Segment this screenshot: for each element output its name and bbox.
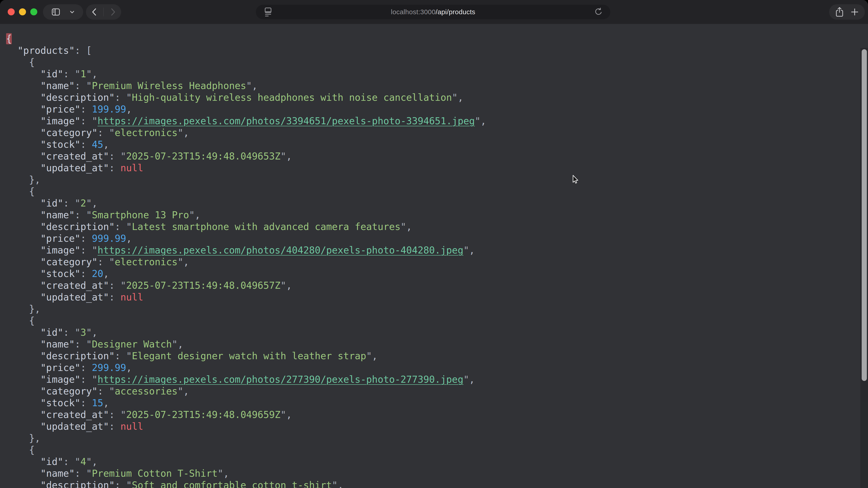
- json-line: },: [6, 432, 868, 444]
- json-line: {: [6, 57, 868, 68]
- json-link-url[interactable]: https://images.pexels.com/photos/3394651…: [98, 116, 475, 127]
- json-line: "created_at": "2025-07-23T15:49:48.04965…: [6, 280, 868, 291]
- forward-button[interactable]: [107, 7, 118, 17]
- url-path: /api/products: [436, 8, 475, 15]
- json-line: "stock": 20,: [6, 268, 868, 280]
- sidebar-toggle-button[interactable]: [51, 7, 61, 17]
- json-line: "updated_at": null: [6, 291, 868, 303]
- chevron-left-icon: [90, 7, 100, 17]
- json-line: "description": "Latest smartphone with a…: [6, 221, 868, 233]
- chevron-down-icon: [69, 8, 75, 15]
- url-text: localhost:3000/api/products: [391, 5, 475, 19]
- share-newtab-group: [829, 4, 865, 20]
- json-line: "created_at": "2025-07-23T15:49:48.04965…: [6, 151, 868, 162]
- json-line: "price": 199.99,: [6, 103, 868, 115]
- browser-window: localhost:3000/api/products: [0, 0, 868, 488]
- json-line: "image": "https://images.pexels.com/phot…: [6, 115, 868, 127]
- toolbar: localhost:3000/api/products: [0, 0, 868, 24]
- window-controls: [8, 8, 37, 15]
- json-line: {: [6, 33, 868, 45]
- json-line: "created_at": "2025-07-23T15:49:48.04965…: [6, 409, 868, 421]
- json-line: "description": "Soft and comfortable cot…: [6, 480, 868, 488]
- back-button[interactable]: [90, 7, 100, 17]
- json-line: "image": "https://images.pexels.com/phot…: [6, 245, 868, 256]
- json-line: "name": "Smartphone 13 Pro",: [6, 209, 868, 221]
- json-line: {: [6, 315, 868, 327]
- json-line: "category": "electronics",: [6, 256, 868, 268]
- url-host: localhost:3000: [391, 8, 436, 15]
- json-line: "price": 999.99,: [6, 233, 868, 245]
- minimize-button[interactable]: [19, 8, 26, 15]
- json-line: "name": "Premium Wireless Headphones",: [6, 80, 868, 92]
- json-line: "price": 299.99,: [6, 362, 868, 374]
- json-line: "updated_at": null: [6, 421, 868, 432]
- tab-group-chevron-button[interactable]: [69, 8, 75, 15]
- history-nav-group: [86, 4, 121, 20]
- page-settings-icon: [263, 7, 273, 17]
- page-settings-button[interactable]: [262, 5, 274, 19]
- json-line: "category": "electronics",: [6, 127, 868, 139]
- reload-button[interactable]: [592, 5, 604, 19]
- json-line: {: [6, 444, 868, 456]
- json-line: "description": "Elegant designer watch w…: [6, 350, 868, 362]
- json-line: "name": "Premium Cotton T-Shirt",: [6, 468, 868, 480]
- sidebar-button-group: [43, 4, 83, 20]
- nav-divider: [103, 8, 104, 16]
- json-line: {: [6, 186, 868, 197]
- json-line: "products": [: [6, 45, 868, 57]
- plus-icon: [850, 7, 860, 17]
- address-bar[interactable]: localhost:3000/api/products: [256, 5, 610, 19]
- json-line: "description": "High-quality wireless he…: [6, 92, 868, 103]
- reload-icon: [594, 7, 603, 17]
- json-line: "id": "2",: [6, 197, 868, 209]
- json-line: },: [6, 303, 868, 315]
- json-line: },: [6, 174, 868, 186]
- sidebar-icon: [51, 7, 61, 17]
- json-line: "id": "1",: [6, 68, 868, 80]
- json-viewer: { "products": [ { "id": "1", "name": "Pr…: [0, 24, 868, 488]
- new-tab-button[interactable]: [850, 7, 860, 17]
- json-line: "id": "3",: [6, 327, 868, 338]
- json-content: { "products": [ { "id": "1", "name": "Pr…: [0, 24, 868, 488]
- scrollbar-thumb[interactable]: [862, 49, 867, 381]
- json-link-url[interactable]: https://images.pexels.com/photos/404280/…: [98, 245, 463, 256]
- json-line: "category": "accessories",: [6, 385, 868, 397]
- share-icon: [834, 6, 845, 18]
- chevron-right-icon: [107, 7, 118, 17]
- json-line: "name": "Designer Watch",: [6, 338, 868, 350]
- json-line: "id": "4",: [6, 456, 868, 468]
- scrollbar-track[interactable]: [860, 48, 868, 488]
- json-line: "stock": 15,: [6, 397, 868, 409]
- share-button[interactable]: [834, 6, 845, 18]
- json-link-url[interactable]: https://images.pexels.com/photos/277390/…: [98, 374, 463, 385]
- zoom-button[interactable]: [30, 8, 37, 15]
- json-line: "image": "https://images.pexels.com/phot…: [6, 374, 868, 385]
- close-button[interactable]: [8, 8, 15, 15]
- json-line: "stock": 45,: [6, 139, 868, 151]
- json-line: "updated_at": null: [6, 162, 868, 174]
